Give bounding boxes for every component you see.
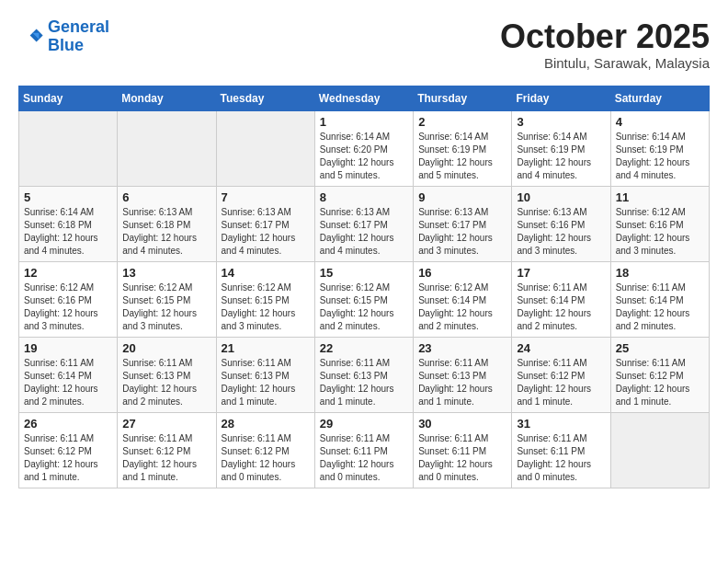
calendar-cell: 24Sunrise: 6:11 AM Sunset: 6:12 PM Dayli… (512, 337, 610, 412)
day-number: 31 (517, 417, 605, 431)
weekday-header-sunday: Sunday (19, 86, 118, 110)
day-info: Sunrise: 6:12 AM Sunset: 6:15 PM Dayligh… (122, 282, 210, 333)
day-number: 5 (24, 190, 112, 204)
day-info: Sunrise: 6:12 AM Sunset: 6:16 PM Dayligh… (616, 206, 704, 258)
calendar-cell: 29Sunrise: 6:11 AM Sunset: 6:11 PM Dayli… (314, 412, 413, 488)
day-info: Sunrise: 6:13 AM Sunset: 6:18 PM Dayligh… (122, 206, 210, 258)
calendar-week-4: 19Sunrise: 6:11 AM Sunset: 6:14 PM Dayli… (19, 337, 710, 412)
calendar-cell: 20Sunrise: 6:11 AM Sunset: 6:13 PM Dayli… (118, 337, 216, 412)
day-info: Sunrise: 6:11 AM Sunset: 6:12 PM Dayligh… (517, 357, 605, 408)
day-number: 21 (222, 341, 310, 355)
day-info: Sunrise: 6:11 AM Sunset: 6:11 PM Dayligh… (320, 432, 408, 484)
calendar-cell: 1Sunrise: 6:14 AM Sunset: 6:20 PM Daylig… (314, 110, 413, 186)
day-info: Sunrise: 6:11 AM Sunset: 6:14 PM Dayligh… (616, 282, 704, 333)
day-number: 27 (122, 417, 210, 431)
day-info: Sunrise: 6:11 AM Sunset: 6:12 PM Dayligh… (616, 357, 704, 408)
day-number: 24 (517, 341, 605, 355)
logo-icon (18, 24, 44, 50)
calendar-cell: 12Sunrise: 6:12 AM Sunset: 6:16 PM Dayli… (19, 261, 118, 337)
calendar-cell: 26Sunrise: 6:11 AM Sunset: 6:12 PM Dayli… (19, 412, 118, 488)
calendar-cell (19, 110, 118, 186)
day-info: Sunrise: 6:12 AM Sunset: 6:16 PM Dayligh… (24, 282, 112, 333)
day-info: Sunrise: 6:13 AM Sunset: 6:16 PM Dayligh… (517, 206, 605, 258)
day-number: 9 (418, 190, 506, 204)
day-number: 13 (122, 266, 210, 280)
day-number: 15 (320, 266, 408, 280)
day-number: 22 (320, 341, 408, 355)
day-info: Sunrise: 6:14 AM Sunset: 6:19 PM Dayligh… (616, 131, 704, 182)
day-number: 17 (517, 266, 605, 280)
day-info: Sunrise: 6:11 AM Sunset: 6:13 PM Dayligh… (418, 357, 506, 408)
location-subtitle: Bintulu, Sarawak, Malaysia (500, 55, 710, 71)
day-number: 23 (418, 341, 506, 355)
day-number: 4 (616, 115, 704, 129)
day-number: 1 (320, 115, 408, 129)
calendar-cell: 13Sunrise: 6:12 AM Sunset: 6:15 PM Dayli… (118, 261, 216, 337)
calendar-cell: 25Sunrise: 6:11 AM Sunset: 6:12 PM Dayli… (610, 337, 709, 412)
calendar-cell: 17Sunrise: 6:11 AM Sunset: 6:14 PM Dayli… (512, 261, 610, 337)
weekday-header-friday: Friday (512, 86, 610, 110)
calendar-cell: 7Sunrise: 6:13 AM Sunset: 6:17 PM Daylig… (216, 186, 314, 261)
day-info: Sunrise: 6:11 AM Sunset: 6:13 PM Dayligh… (320, 357, 408, 408)
day-info: Sunrise: 6:14 AM Sunset: 6:19 PM Dayligh… (517, 131, 605, 182)
calendar-cell: 21Sunrise: 6:11 AM Sunset: 6:13 PM Dayli… (216, 337, 314, 412)
calendar-cell: 5Sunrise: 6:14 AM Sunset: 6:18 PM Daylig… (19, 186, 118, 261)
day-number: 18 (616, 266, 704, 280)
day-number: 14 (222, 266, 310, 280)
day-info: Sunrise: 6:12 AM Sunset: 6:14 PM Dayligh… (418, 282, 506, 333)
logo-line2: Blue (48, 36, 84, 54)
calendar-cell: 31Sunrise: 6:11 AM Sunset: 6:11 PM Dayli… (512, 412, 610, 488)
calendar-header-row: SundayMondayTuesdayWednesdayThursdayFrid… (19, 86, 710, 110)
calendar-cell: 11Sunrise: 6:12 AM Sunset: 6:16 PM Dayli… (610, 186, 709, 261)
day-info: Sunrise: 6:11 AM Sunset: 6:12 PM Dayligh… (222, 432, 310, 484)
page-header: General Blue October 2025 Bintulu, Saraw… (18, 18, 710, 71)
logo-line1: General (48, 17, 109, 36)
day-info: Sunrise: 6:11 AM Sunset: 6:13 PM Dayligh… (222, 357, 310, 408)
weekday-header-monday: Monday (118, 86, 216, 110)
day-number: 30 (418, 417, 506, 431)
calendar-cell: 15Sunrise: 6:12 AM Sunset: 6:15 PM Dayli… (314, 261, 413, 337)
calendar-cell: 16Sunrise: 6:12 AM Sunset: 6:14 PM Dayli… (414, 261, 512, 337)
day-info: Sunrise: 6:11 AM Sunset: 6:12 PM Dayligh… (24, 432, 112, 484)
day-info: Sunrise: 6:13 AM Sunset: 6:17 PM Dayligh… (222, 206, 310, 258)
day-number: 2 (418, 115, 506, 129)
day-number: 7 (222, 190, 310, 204)
calendar-table: SundayMondayTuesdayWednesdayThursdayFrid… (18, 86, 710, 488)
weekday-header-saturday: Saturday (610, 86, 709, 110)
day-number: 8 (320, 190, 408, 204)
logo-text: General Blue (48, 18, 109, 55)
day-number: 28 (222, 417, 310, 431)
day-info: Sunrise: 6:12 AM Sunset: 6:15 PM Dayligh… (222, 282, 310, 333)
day-info: Sunrise: 6:11 AM Sunset: 6:11 PM Dayligh… (517, 432, 605, 484)
day-number: 19 (24, 341, 112, 355)
weekday-header-wednesday: Wednesday (314, 86, 413, 110)
weekday-header-tuesday: Tuesday (216, 86, 314, 110)
calendar-week-3: 12Sunrise: 6:12 AM Sunset: 6:16 PM Dayli… (19, 261, 710, 337)
day-info: Sunrise: 6:13 AM Sunset: 6:17 PM Dayligh… (320, 206, 408, 258)
day-info: Sunrise: 6:11 AM Sunset: 6:11 PM Dayligh… (418, 432, 506, 484)
day-number: 20 (122, 341, 210, 355)
day-number: 26 (24, 417, 112, 431)
day-info: Sunrise: 6:13 AM Sunset: 6:17 PM Dayligh… (418, 206, 506, 258)
calendar-cell: 6Sunrise: 6:13 AM Sunset: 6:18 PM Daylig… (118, 186, 216, 261)
calendar-week-5: 26Sunrise: 6:11 AM Sunset: 6:12 PM Dayli… (19, 412, 710, 488)
day-info: Sunrise: 6:11 AM Sunset: 6:13 PM Dayligh… (122, 357, 210, 408)
day-number: 11 (616, 190, 704, 204)
calendar-cell: 2Sunrise: 6:14 AM Sunset: 6:19 PM Daylig… (414, 110, 512, 186)
calendar-cell: 22Sunrise: 6:11 AM Sunset: 6:13 PM Dayli… (314, 337, 413, 412)
month-title: October 2025 (500, 18, 710, 55)
day-number: 6 (122, 190, 210, 204)
day-number: 10 (517, 190, 605, 204)
day-info: Sunrise: 6:14 AM Sunset: 6:19 PM Dayligh… (418, 131, 506, 182)
day-info: Sunrise: 6:14 AM Sunset: 6:20 PM Dayligh… (320, 131, 408, 182)
calendar-cell: 27Sunrise: 6:11 AM Sunset: 6:12 PM Dayli… (118, 412, 216, 488)
calendar-cell: 19Sunrise: 6:11 AM Sunset: 6:14 PM Dayli… (19, 337, 118, 412)
day-number: 25 (616, 341, 704, 355)
day-number: 12 (24, 266, 112, 280)
calendar-cell: 28Sunrise: 6:11 AM Sunset: 6:12 PM Dayli… (216, 412, 314, 488)
day-number: 16 (418, 266, 506, 280)
day-info: Sunrise: 6:11 AM Sunset: 6:12 PM Dayligh… (122, 432, 210, 484)
calendar-week-1: 1Sunrise: 6:14 AM Sunset: 6:20 PM Daylig… (19, 110, 710, 186)
calendar-cell: 10Sunrise: 6:13 AM Sunset: 6:16 PM Dayli… (512, 186, 610, 261)
day-info: Sunrise: 6:11 AM Sunset: 6:14 PM Dayligh… (24, 357, 112, 408)
